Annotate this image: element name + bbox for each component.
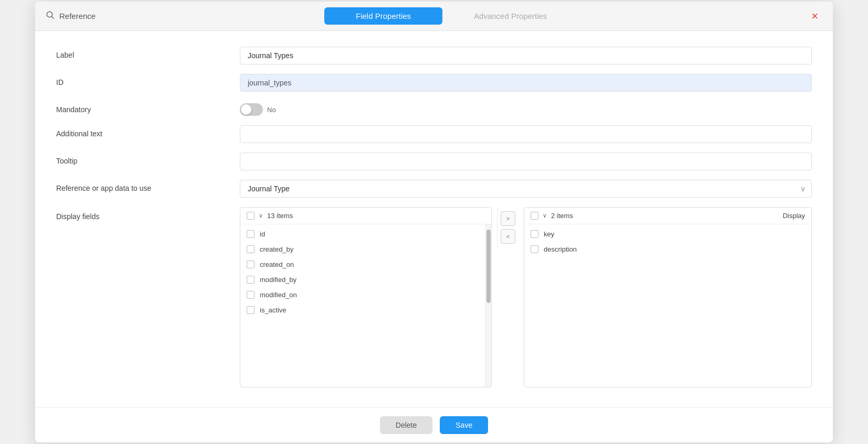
- left-panel-count: 13 items: [267, 212, 293, 220]
- toggle-knob: [241, 104, 251, 115]
- item-checkbox[interactable]: [531, 230, 538, 238]
- label-field-label: Label: [56, 47, 240, 59]
- id-input[interactable]: [240, 74, 812, 92]
- mandatory-row: Mandatory No: [56, 101, 812, 116]
- item-name: description: [544, 245, 577, 253]
- list-item[interactable]: id: [240, 226, 485, 242]
- item-name: key: [544, 230, 554, 238]
- left-panel-items: id created_by created_on: [240, 224, 485, 387]
- right-panel-count: 2 items: [551, 212, 573, 220]
- delete-button[interactable]: Delete: [380, 416, 432, 434]
- additional-text-label: Additional text: [56, 125, 240, 138]
- item-name: created_by: [260, 245, 293, 253]
- list-item[interactable]: description: [524, 242, 811, 257]
- additional-text-control: [240, 125, 812, 143]
- list-item[interactable]: created_by: [240, 242, 485, 257]
- left-panel-header: ∨ 13 items: [240, 208, 491, 224]
- left-panel-scrollbar[interactable]: [485, 224, 491, 387]
- item-checkbox[interactable]: [247, 261, 255, 268]
- mandatory-toggle[interactable]: [240, 103, 263, 116]
- display-fields-row: Display fields ∨ 13 items id: [56, 207, 812, 387]
- modal-content: Label ID Mandatory No: [35, 31, 833, 407]
- display-fields-control: ∨ 13 items id created_by: [240, 207, 812, 387]
- item-checkbox[interactable]: [247, 276, 255, 284]
- right-panel-display-label: Display: [782, 212, 805, 220]
- id-field-label: ID: [56, 74, 240, 86]
- list-item[interactable]: modified_by: [240, 272, 485, 287]
- item-name: id: [260, 230, 265, 238]
- right-panel-header: ∨ 2 items Display: [524, 208, 811, 224]
- item-name: is_active: [260, 306, 287, 314]
- right-select-all-checkbox[interactable]: [531, 212, 538, 220]
- item-checkbox[interactable]: [531, 245, 538, 253]
- item-name: created_on: [260, 261, 294, 268]
- tab-advanced-properties[interactable]: Advanced Properties: [442, 7, 578, 25]
- item-name: modified_on: [260, 291, 297, 299]
- item-checkbox[interactable]: [247, 291, 255, 299]
- id-field-control: [240, 74, 812, 92]
- close-button[interactable]: ×: [807, 8, 822, 24]
- right-panel-items: key description: [524, 224, 811, 387]
- label-input[interactable]: [240, 47, 812, 64]
- tooltip-input[interactable]: [240, 153, 812, 170]
- modal-container: Reference Field Properties Advanced Prop…: [35, 2, 833, 442]
- item-checkbox[interactable]: [247, 245, 255, 253]
- scrollbar-thumb: [486, 230, 491, 303]
- additional-text-row: Additional text: [56, 125, 812, 143]
- modal-footer: Delete Save: [35, 407, 833, 442]
- additional-text-input[interactable]: [240, 125, 812, 143]
- display-fields-label: Display fields: [56, 207, 240, 221]
- move-right-button[interactable]: >: [501, 211, 515, 226]
- list-item[interactable]: created_on: [240, 257, 485, 272]
- tab-field-properties[interactable]: Field Properties: [324, 7, 442, 25]
- list-item[interactable]: key: [524, 226, 811, 242]
- list-item[interactable]: is_active: [240, 302, 485, 318]
- left-panel-body: id created_by created_on: [240, 224, 491, 387]
- reference-app-label: Reference or app data to use: [56, 180, 240, 192]
- reference-app-control: Journal Type ∨: [240, 180, 812, 198]
- label-field-control: [240, 47, 812, 64]
- transfer-buttons: > <: [497, 207, 518, 248]
- id-row: ID: [56, 74, 812, 92]
- tooltip-control: [240, 153, 812, 170]
- item-checkbox[interactable]: [247, 306, 255, 314]
- item-name: modified_by: [260, 276, 297, 284]
- left-select-all-checkbox[interactable]: [247, 212, 255, 220]
- save-button[interactable]: Save: [440, 416, 488, 434]
- label-row: Label: [56, 47, 812, 64]
- mandatory-field-label: Mandatory: [56, 101, 240, 114]
- reference-app-row: Reference or app data to use Journal Typ…: [56, 180, 812, 198]
- header-tabs: Field Properties Advanced Properties: [96, 7, 807, 25]
- svg-line-1: [51, 16, 54, 19]
- reference-label: Reference: [59, 12, 96, 20]
- move-left-button[interactable]: <: [501, 229, 515, 244]
- toggle-container: No: [240, 101, 812, 116]
- right-panel-body: key description: [524, 224, 811, 387]
- tooltip-label: Tooltip: [56, 153, 240, 165]
- header-reference: Reference: [46, 10, 96, 21]
- right-panel: ∨ 2 items Display key descript: [524, 207, 812, 387]
- reference-app-select[interactable]: Journal Type: [240, 180, 812, 198]
- left-chevron-icon: ∨: [259, 212, 263, 219]
- item-checkbox[interactable]: [247, 230, 255, 238]
- search-icon: [46, 10, 55, 21]
- left-panel: ∨ 13 items id created_by: [240, 207, 492, 387]
- list-item[interactable]: modified_on: [240, 287, 485, 302]
- right-chevron-icon: ∨: [543, 212, 547, 219]
- mandatory-field-control: No: [240, 101, 812, 116]
- toggle-label: No: [267, 106, 276, 114]
- modal-header: Reference Field Properties Advanced Prop…: [35, 2, 833, 31]
- tooltip-row: Tooltip: [56, 153, 812, 170]
- svg-point-0: [47, 12, 52, 17]
